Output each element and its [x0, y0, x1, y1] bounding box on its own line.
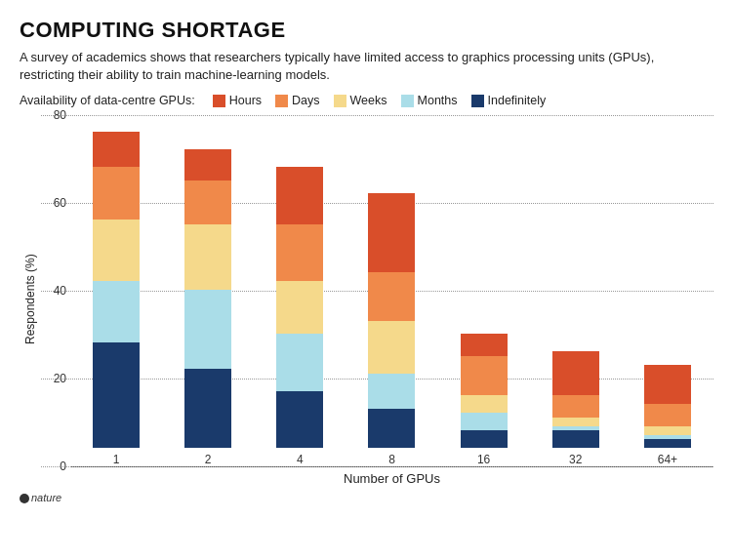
legend-label-weeks: Weeks [350, 94, 387, 107]
bar-x-label-4: 4 [297, 453, 304, 466]
bar-segment-32-days [552, 395, 599, 418]
bar-segment-4-days [276, 224, 323, 282]
bar-segment-8-hours [368, 193, 415, 272]
bar-segment-8-months [368, 374, 415, 409]
bar-segment-1-days [93, 167, 140, 220]
bar-segment-16-days [461, 356, 508, 396]
x-axis-label: Number of GPUs [41, 471, 713, 486]
bar-segment-4-indefinitely [276, 391, 323, 449]
legend-label-days: Days [292, 94, 319, 107]
bar-segment-8-weeks [368, 321, 415, 374]
chart-area: Respondents (%) 020406080 1248163264+ Nu… [20, 115, 713, 486]
bar-x-label-8: 8 [388, 453, 395, 466]
bar-segment-16-hours [461, 334, 508, 356]
bar-segment-2-weeks [184, 224, 231, 291]
bars-container: 1248163264+ [41, 115, 713, 466]
legend-item-months: Months [401, 94, 458, 107]
bar-x-label-16: 16 [477, 453, 490, 466]
bar-segment-4-hours [276, 167, 323, 224]
nature-circle-icon [20, 494, 29, 503]
bar-stack-16 [461, 334, 508, 448]
plot-area: 020406080 1248163264+ [41, 115, 713, 466]
legend-item-weeks: Weeks [334, 94, 387, 107]
bar-x-label-32: 32 [569, 453, 582, 466]
bar-segment-4-weeks [276, 281, 323, 334]
chart-inner: 020406080 1248163264+ Number of GPUs [41, 115, 713, 486]
bar-segment-16-months [461, 413, 508, 430]
legend-item-indefinitely: Indefinitely [471, 94, 547, 107]
bar-x-label-64+: 64+ [658, 453, 677, 466]
bar-segment-8-days [368, 272, 415, 321]
bar-segment-1-months [93, 281, 140, 342]
x-axis-line [70, 466, 713, 467]
bar-stack-2 [184, 149, 231, 448]
bar-stack-4 [276, 167, 323, 448]
legend-swatch-weeks [334, 95, 346, 107]
bar-segment-1-hours [93, 132, 140, 167]
legend-swatch-months [401, 95, 414, 107]
bar-stack-1 [93, 132, 140, 448]
legend-swatch-days [275, 95, 288, 107]
legend-item-days: Days [275, 94, 319, 107]
legend-label-months: Months [418, 94, 458, 107]
bar-stack-64+ [644, 365, 691, 449]
bar-segment-16-weeks [461, 395, 508, 413]
bar-segment-2-months [184, 290, 231, 369]
bar-segment-4-months [276, 334, 323, 391]
bar-segment-32-indefinitely [552, 430, 599, 448]
bar-segment-32-weeks [552, 418, 599, 426]
bar-segment-8-indefinitely [368, 409, 415, 449]
legend: Availability of data-centre GPUs: HoursD… [20, 94, 713, 107]
bar-x-label-1: 1 [113, 453, 120, 466]
legend-swatch-hours [213, 95, 225, 107]
bar-segment-2-indefinitely [184, 369, 231, 448]
bar-segment-64+-indefinitely [644, 439, 691, 448]
bar-stack-8 [368, 193, 415, 448]
bar-segment-64+-days [644, 404, 691, 426]
bar-segment-2-hours [184, 149, 231, 180]
bar-group-4: 4 [265, 115, 334, 466]
y-axis-label: Respondents (%) [23, 257, 37, 344]
y-axis-label-container: Respondents (%) [20, 115, 41, 486]
bar-group-8: 8 [357, 115, 426, 466]
bar-stack-32 [552, 351, 599, 448]
page-title: COMPUTING SHORTAGE [20, 18, 713, 43]
bar-segment-16-indefinitely [461, 430, 508, 448]
subtitle: A survey of academics shows that researc… [20, 49, 703, 84]
nature-logo: nature [20, 492, 713, 503]
bar-group-16: 16 [450, 115, 518, 466]
bar-x-label-2: 2 [205, 453, 212, 466]
legend-label-hours: Hours [229, 94, 262, 107]
bar-segment-1-weeks [93, 220, 140, 281]
bar-group-1: 1 [82, 115, 150, 466]
bar-group-2: 2 [174, 115, 242, 466]
bar-group-32: 32 [542, 115, 610, 466]
bar-segment-64+-weeks [644, 426, 691, 435]
bar-segment-1-indefinitely [93, 342, 140, 448]
legend-availability-label: Availability of data-centre GPUs: [20, 94, 195, 107]
bar-group-64+: 64+ [633, 115, 702, 466]
bar-segment-32-hours [552, 351, 599, 395]
legend-label-indefinitely: Indefinitely [488, 94, 547, 107]
legend-swatch-indefinitely [471, 95, 484, 107]
legend-item-hours: Hours [213, 94, 262, 107]
bar-segment-64+-hours [644, 365, 691, 405]
bar-segment-2-days [184, 180, 231, 224]
